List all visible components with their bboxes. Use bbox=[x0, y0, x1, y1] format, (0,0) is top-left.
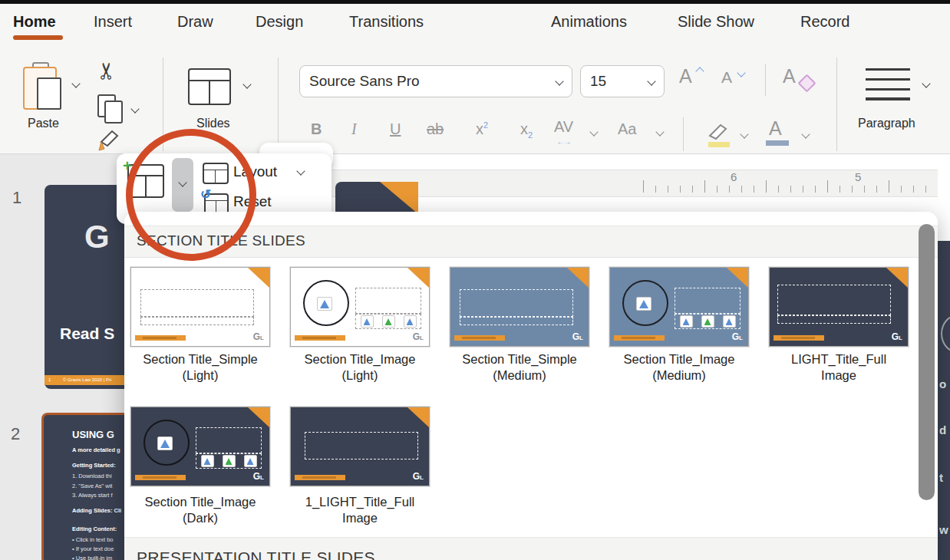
format-painter-brush-icon[interactable] bbox=[97, 125, 123, 154]
tab-animations[interactable]: Animations bbox=[551, 13, 627, 31]
image-placeholder-icon bbox=[361, 315, 374, 328]
layout-gallery-popup: SECTION TITLE SLIDES GL GL bbox=[124, 212, 938, 560]
spacing-chevron-icon[interactable] bbox=[589, 127, 598, 136]
image-placeholder-icon bbox=[317, 297, 332, 311]
image-strip-placeholder bbox=[675, 314, 741, 329]
layout-thumbnail-light-title-full-image[interactable]: GL bbox=[769, 267, 909, 347]
layout-chevron-icon[interactable] bbox=[296, 166, 305, 175]
change-case-chevron-icon[interactable] bbox=[655, 127, 664, 136]
image-placeholder-icon bbox=[636, 297, 651, 311]
font-size-combobox[interactable]: 15 bbox=[580, 65, 665, 97]
gl-logo-g: G bbox=[732, 331, 739, 342]
increase-font-size-button[interactable]: A bbox=[679, 65, 692, 87]
font-name-chevron-icon bbox=[555, 77, 563, 85]
bold-button[interactable]: B bbox=[311, 120, 322, 138]
gallery-next-section-header: PRESENTATION TITLE SLIDES bbox=[124, 537, 938, 560]
title-placeholder bbox=[305, 432, 418, 460]
label-line2: (Light) bbox=[124, 367, 281, 384]
thumb-footer-bar bbox=[774, 335, 824, 341]
slide-1-subtitle-fragment: Read S bbox=[60, 324, 114, 343]
group-divider bbox=[836, 58, 837, 151]
decrease-font-size-button[interactable]: A bbox=[721, 68, 732, 87]
thumb-footer-bar bbox=[614, 335, 665, 341]
image-placeholder-icon bbox=[701, 315, 714, 328]
cut-scissors-icon[interactable]: ✂ bbox=[93, 61, 120, 81]
gl-logo-l: L bbox=[579, 334, 583, 341]
thumbnail-label: 1_LIGHT_Title_Full Image bbox=[279, 494, 440, 527]
label-line1: Section Title_Image bbox=[279, 351, 440, 367]
tab-record[interactable]: Record bbox=[800, 13, 849, 31]
slide-thumbnail-panel: 1 G Read S 1 © Gravis Law 2020 | Pri 2 U… bbox=[0, 154, 124, 560]
tab-insert[interactable]: Insert bbox=[94, 13, 132, 31]
change-case-button[interactable]: Aa bbox=[618, 120, 636, 138]
increase-font-caret-icon bbox=[695, 67, 704, 75]
subscript-button[interactable]: x2 bbox=[520, 120, 533, 140]
slide-2-title: USING G bbox=[72, 429, 114, 440]
slide-2-line: • Use built-in im bbox=[72, 555, 112, 560]
thumbnail-label: Section Title_Simple (Light) bbox=[124, 351, 281, 384]
layout-thumbnail-section-title-simple-medium[interactable]: GL bbox=[450, 267, 589, 347]
title-placeholder bbox=[460, 289, 573, 317]
italic-button[interactable]: I bbox=[351, 120, 357, 138]
subtitle-placeholder bbox=[460, 317, 573, 325]
copy-dropdown-chevron-icon[interactable] bbox=[130, 104, 139, 113]
character-spacing-button[interactable]: AV ←→ bbox=[554, 120, 573, 145]
strikethrough-button[interactable]: ab bbox=[427, 120, 444, 138]
title-placeholder bbox=[777, 285, 891, 315]
slide-1-thumbnail[interactable]: G Read S 1 © Gravis Law 2020 | Pri bbox=[45, 185, 124, 389]
ruler-number-6: 6 bbox=[731, 170, 737, 183]
title-placeholder bbox=[196, 427, 262, 453]
underline-button[interactable]: U bbox=[390, 120, 401, 138]
thumbnail-label: Section Title_Image (Medium) bbox=[599, 351, 760, 384]
slide-2-line: 3. Always start f bbox=[72, 492, 113, 499]
slides-dropdown-chevron-icon[interactable] bbox=[242, 80, 251, 88]
tab-home[interactable]: Home bbox=[13, 13, 56, 31]
slide-2-line: Getting Started: bbox=[72, 463, 116, 469]
gl-logo-l: L bbox=[739, 334, 743, 341]
superscript-x: x bbox=[476, 120, 483, 137]
layout-thumbnail-section-title-image-light[interactable]: GL bbox=[290, 267, 430, 347]
clear-formatting-button[interactable]: A bbox=[783, 65, 796, 87]
slide-2-thumbnail[interactable]: USING G A more detailed g Getting Starte… bbox=[41, 413, 127, 560]
gl-logo: GL bbox=[253, 329, 264, 343]
small-divider bbox=[683, 117, 684, 151]
paragraph-alignment-icon[interactable] bbox=[866, 68, 910, 100]
label-line2: (Light) bbox=[279, 367, 440, 384]
edge-circle-fragment bbox=[941, 315, 950, 353]
image-placeholder-icon bbox=[404, 315, 417, 328]
thumbnail-label: LIGHT_Title_Full Image bbox=[758, 351, 919, 384]
gallery-scrollbar-thumb[interactable] bbox=[919, 224, 935, 500]
highlight-color-button[interactable] bbox=[702, 119, 733, 150]
thumb-orange-corner bbox=[407, 268, 429, 288]
canvas-slide-corner bbox=[335, 182, 418, 214]
window-top-edge bbox=[0, 0, 950, 4]
slide-2-number: 2 bbox=[11, 424, 20, 444]
layout-thumbnail-section-title-simple-light[interactable]: GL bbox=[130, 267, 270, 347]
layout-thumbnail-section-title-image-dark[interactable]: GL bbox=[130, 407, 270, 486]
gl-logo-g: G bbox=[572, 331, 579, 342]
font-color-chevron-icon[interactable] bbox=[801, 130, 810, 138]
tab-draw[interactable]: Draw bbox=[177, 13, 213, 31]
thumb-orange-corner bbox=[248, 407, 269, 427]
image-placeholder-icon bbox=[157, 436, 173, 450]
slide-1-footer-number: 1 bbox=[48, 377, 51, 382]
font-color-button[interactable]: A bbox=[769, 117, 782, 140]
highlight-chevron-icon[interactable] bbox=[740, 130, 748, 138]
edge-text-fragment: t bbox=[939, 471, 943, 484]
subtitle-placeholder bbox=[777, 315, 891, 324]
paste-dropdown-chevron-icon[interactable] bbox=[71, 79, 80, 87]
layout-thumbnail-section-title-image-medium[interactable]: GL bbox=[609, 267, 749, 347]
title-placeholder bbox=[140, 289, 254, 317]
title-placeholder bbox=[355, 288, 421, 314]
paste-paper-icon bbox=[37, 77, 61, 110]
thumbnail-label: Section Title_Image (Light) bbox=[279, 351, 440, 384]
superscript-button[interactable]: x2 bbox=[476, 120, 488, 138]
layout-thumbnail-1-light-title-full-image[interactable]: GL bbox=[290, 407, 430, 486]
font-name-combobox[interactable]: Source Sans Pro bbox=[299, 65, 572, 97]
tab-transitions[interactable]: Transitions bbox=[349, 13, 424, 31]
new-slide-button[interactable] bbox=[188, 68, 231, 105]
paragraph-chevron-icon[interactable] bbox=[922, 79, 930, 87]
gl-logo: GL bbox=[413, 329, 424, 343]
tab-design[interactable]: Design bbox=[256, 13, 303, 31]
tab-slide-show[interactable]: Slide Show bbox=[678, 13, 754, 31]
